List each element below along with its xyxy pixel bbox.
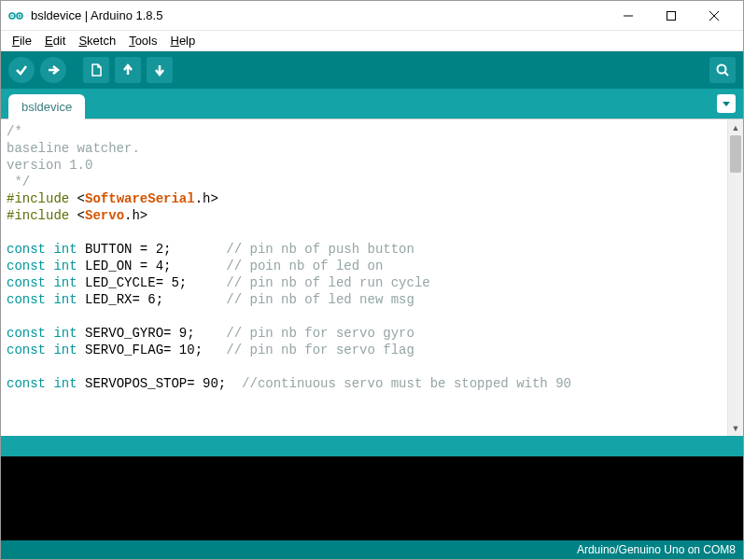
svg-marker-14 <box>723 102 730 106</box>
save-sketch-button[interactable] <box>147 57 173 83</box>
svg-point-12 <box>718 65 726 74</box>
code-line: const int LED_RX= 6; // pin nb of led ne… <box>7 291 722 308</box>
tab-active[interactable]: bsldevice <box>8 94 85 119</box>
code-line: const int BUTTON = 2; // pin nb of push … <box>7 241 722 258</box>
arduino-app-icon <box>8 8 23 23</box>
console-output[interactable] <box>1 456 743 540</box>
code-line: const int LED_ON = 4; // poin nb of led … <box>7 258 722 274</box>
toolbar <box>1 51 743 89</box>
scroll-up-arrow-icon[interactable]: ▲ <box>728 119 744 135</box>
menu-help[interactable]: Help <box>164 32 201 49</box>
code-line: const int LED_CYCLE= 5; // pin nb of led… <box>7 274 722 291</box>
menu-sketch[interactable]: Sketch <box>73 32 121 49</box>
scroll-down-arrow-icon[interactable]: ▼ <box>728 420 744 436</box>
close-button[interactable] <box>693 1 736 31</box>
footer-bar: Arduino/Genuino Uno on COM8 <box>1 540 743 559</box>
code-editor[interactable]: /*baseline watcher.version 1.0 */#includ… <box>1 119 727 436</box>
editor-scrollbar[interactable]: ▲ ▼ <box>727 119 743 436</box>
svg-line-13 <box>725 73 729 77</box>
tab-label: bsldevice <box>21 100 72 114</box>
code-line: const int SERVOPOS_STOP= 90; //continuou… <box>7 375 722 392</box>
code-line: #include <SoftwareSerial.h> <box>7 190 722 207</box>
open-sketch-button[interactable] <box>115 57 141 83</box>
code-line: const int SERVO_GYRO= 9; // pin nb for s… <box>7 325 722 342</box>
code-line: const int SERVO_FLAG= 10; // pin nb for … <box>7 342 722 358</box>
tabs-row: bsldevice <box>1 89 743 119</box>
menu-tools[interactable]: Tools <box>123 32 162 49</box>
menu-file[interactable]: File <box>7 32 37 49</box>
code-line: version 1.0 <box>7 157 722 174</box>
title-bar: bsldevice | Arduino 1.8.5 <box>1 1 743 31</box>
code-line: baseline watcher. <box>7 140 722 157</box>
menu-edit[interactable]: Edit <box>39 32 71 49</box>
svg-rect-6 <box>667 11 676 20</box>
code-line: */ <box>7 174 722 190</box>
menu-bar: File Edit Sketch Tools Help <box>1 31 743 51</box>
tab-menu-button[interactable] <box>717 94 736 113</box>
scroll-thumb[interactable] <box>730 135 741 173</box>
editor-area: /*baseline watcher.version 1.0 */#includ… <box>1 119 743 436</box>
window-title: bsldevice | Arduino 1.8.5 <box>31 8 162 22</box>
code-line <box>7 358 722 375</box>
board-port-label: Arduino/Genuino Uno on COM8 <box>577 543 736 556</box>
code-line: #include <Servo.h> <box>7 207 722 224</box>
upload-button[interactable] <box>40 57 66 83</box>
serial-monitor-button[interactable] <box>709 57 736 83</box>
code-line <box>7 224 722 241</box>
status-strip <box>1 436 743 456</box>
new-sketch-button[interactable] <box>83 57 109 83</box>
verify-button[interactable] <box>8 57 35 83</box>
minimize-button[interactable] <box>607 1 650 31</box>
code-line: /* <box>7 123 722 140</box>
scroll-track[interactable] <box>728 135 743 420</box>
maximize-button[interactable] <box>650 1 693 31</box>
code-line <box>7 308 722 325</box>
